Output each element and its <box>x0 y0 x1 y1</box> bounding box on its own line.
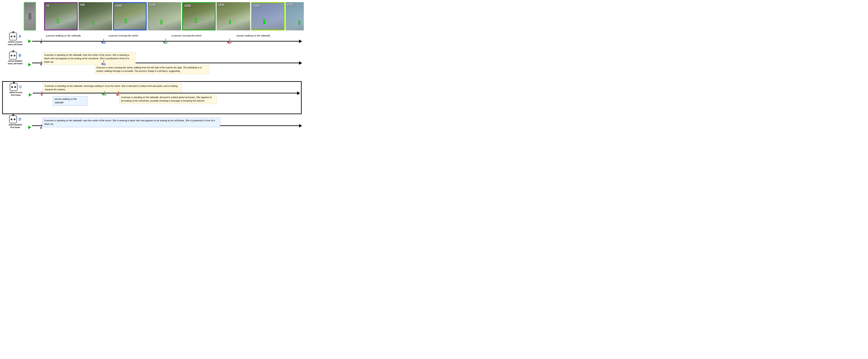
tick-a-300: 300 <box>228 39 231 44</box>
frame-350: #350 <box>286 2 304 30</box>
robot-desc-b: Dense detailed every 100 frame <box>8 60 23 65</box>
initial-frame <box>24 2 36 30</box>
timeline-line-c <box>33 93 300 93</box>
robot-desc-d: Initial detailed first frame <box>9 124 22 129</box>
frame-1: #1 <box>44 2 78 30</box>
robot-label-b: B Dense detailed every 100 frame <box>2 52 28 65</box>
bordered-rows-section: C Initial concise first frame A woman is… <box>2 81 302 114</box>
robot-icon-a <box>9 33 17 40</box>
robot-desc-c: Initial concise first frame <box>9 91 22 96</box>
frame-number-350: #350 <box>287 3 293 6</box>
frame-item-200: #200 <box>182 2 216 30</box>
robot-icon-c <box>10 83 18 91</box>
frame-item-350: #350 <box>286 2 304 30</box>
robot-letter-c: C <box>19 85 22 89</box>
frame-250: #250 <box>217 2 250 30</box>
frame-number-150: #150 <box>149 3 156 6</box>
frame-150: #150 <box>148 2 181 30</box>
robot-eye-right-a <box>14 36 16 37</box>
robot-eye-left-c <box>11 86 13 88</box>
frame-item-100: #100 <box>113 2 147 30</box>
robot-label-d: D Initial detailed first frame <box>2 116 28 129</box>
tick-c-1: 1 <box>41 91 43 96</box>
main-container: #1 #50 #100 <box>0 0 304 137</box>
caption-a-3: a woman crossing the street. <box>172 34 202 37</box>
frame-item-300: #300 <box>251 2 285 30</box>
tick-b-1: 1 <box>41 61 42 66</box>
caption-a-4: woman walking on the sidewalk. <box>237 34 271 37</box>
frame-number-50: #50 <box>80 3 85 6</box>
robot-letter-b: B <box>19 54 21 58</box>
frame-number-1: #1 <box>46 4 50 7</box>
tick-b-100: 100 <box>102 60 106 65</box>
tick-a-100: 100 <box>102 39 106 44</box>
robot-letter-d: D <box>19 117 21 121</box>
timeline-row-a: A Dense concise every 100 frame a person… <box>2 33 302 50</box>
tick-d-1: 1 <box>41 124 42 129</box>
robot-icon-d <box>9 116 17 123</box>
frame-number-300: #300 <box>253 4 260 7</box>
timeline-content-a: a person walking on the sidewalk. 1 a pe… <box>28 33 302 50</box>
timeline-content-d: A woman is standing on the sidewalk, nea… <box>28 116 302 134</box>
frame-number-200: #200 <box>184 4 191 7</box>
robot-letter-a: A <box>19 34 21 38</box>
timeline-row-c: C Initial concise first frame A woman is… <box>3 83 300 111</box>
caption-c-3: A woman is standing on the sidewalk, dre… <box>119 94 217 104</box>
frames-section: #1 #50 #100 <box>2 2 302 30</box>
tick-c-200: 200 <box>103 91 106 96</box>
frame-item-250: #250 <box>217 2 250 30</box>
robot-icon-b <box>9 52 17 59</box>
robot-eye-right-c <box>14 86 16 88</box>
robot-label-c: C Initial concise first frame <box>3 83 29 96</box>
frame-100: #100 <box>113 2 147 30</box>
timeline-row-b: B Dense detailed every 100 frame A woman… <box>2 52 302 80</box>
timeline-content-b: A woman is standing on the sidewalk, nea… <box>28 52 302 80</box>
green-entry-arrow-c <box>29 93 32 97</box>
robot-eye-left-b <box>11 55 12 56</box>
green-entry-arrow-d <box>28 126 31 129</box>
robot-eye-left-d <box>11 119 12 120</box>
frame-images: #1 #50 #100 <box>44 2 304 30</box>
timeline-content-c: A woman is standing on the sidewalk, see… <box>29 83 300 111</box>
caption-b-2: A person is seen crossing the street, wa… <box>94 65 209 74</box>
robot-eye-right-d <box>14 119 16 120</box>
frame-300: #300 <box>251 2 285 30</box>
frame-number-100: #100 <box>115 4 122 7</box>
green-entry-arrow-a <box>28 39 31 43</box>
tick-a-1: 1 <box>41 39 42 44</box>
caption-a-2: a person crossing the street. <box>108 34 139 37</box>
caption-c-2: person walking on the sidewalk <box>53 96 88 106</box>
frame-number-250: #250 <box>218 3 225 6</box>
robot-desc-a: Dense concise every 100 frame <box>8 41 23 46</box>
tick-a-200: 200 <box>164 39 167 44</box>
frame-item-50: #50 <box>79 2 112 30</box>
frame-item-1: #1 <box>44 2 78 30</box>
frame-item-150: #150 <box>148 2 181 30</box>
caption-a-1: a person walking on the sidewalk. <box>45 34 81 37</box>
caption-c-1: A woman is standing on the sidewalk, see… <box>43 83 182 93</box>
robot-eye-right-b <box>14 55 16 56</box>
robot-label-a: A Dense concise every 100 frame <box>2 33 28 46</box>
frame-200: #200 <box>182 2 216 30</box>
green-entry-arrow-b <box>28 63 31 66</box>
robot-eye-left-a <box>11 36 12 37</box>
caption-b-1: A woman is standing on the sidewalk, nea… <box>42 52 135 65</box>
caption-d-1: A woman is standing on the sidewalk, nea… <box>42 118 220 127</box>
frame-50: #50 <box>79 2 112 30</box>
timeline-row-d: D Initial detailed first frame A woman i… <box>2 116 302 134</box>
